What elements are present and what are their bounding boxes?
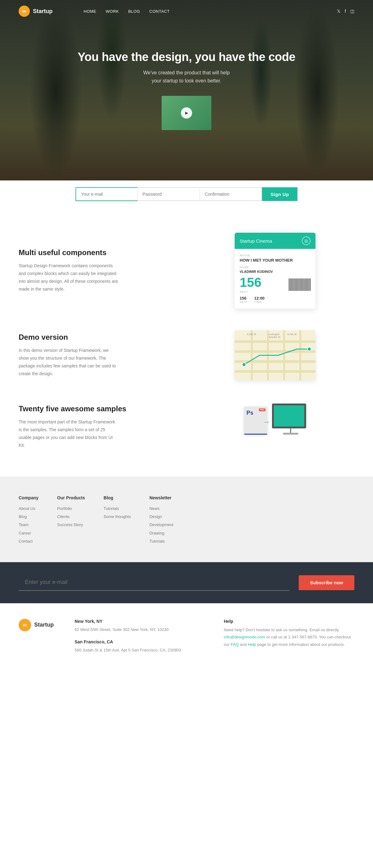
monitor-base bbox=[283, 433, 298, 435]
confirmation-input[interactable] bbox=[200, 187, 262, 201]
footer-contact[interactable]: Contact bbox=[19, 538, 38, 544]
feature-desc-2: In this demo version of Startup Framewor… bbox=[19, 347, 118, 378]
footer-drawing[interactable]: Drawing bbox=[149, 530, 173, 536]
footer-some-thoughts[interactable]: Some thoughts bbox=[103, 514, 131, 520]
feature-row-1: Multi useful components Startup Design F… bbox=[19, 233, 354, 309]
monitor-stand bbox=[290, 428, 291, 433]
bottom-logo-text: Startup bbox=[34, 622, 54, 628]
logo-icon: ∞ bbox=[19, 6, 30, 17]
sf-city: San Francisco, CA bbox=[75, 639, 205, 644]
map-label: E 6th St bbox=[247, 333, 256, 336]
feature-title-3: Twenty five awesome samples bbox=[19, 404, 177, 413]
seat-info: 156 SEAT bbox=[240, 276, 262, 293]
help-email[interactable]: info@designmodo.com bbox=[224, 635, 265, 639]
bottom-address: New York, NY 62 West 55th Street, Suite … bbox=[75, 619, 205, 660]
hero-title: You have the design, you have the code bbox=[78, 51, 295, 64]
twitter-icon[interactable]: 𝕏 bbox=[337, 9, 340, 14]
feature-text-1: Multi useful components Startup Design F… bbox=[19, 248, 177, 293]
signup-button[interactable]: Sign Up bbox=[262, 187, 298, 201]
logo-text: Startup bbox=[33, 8, 53, 14]
password-input[interactable] bbox=[138, 187, 200, 201]
instagram-icon[interactable]: ◫ bbox=[350, 9, 354, 14]
signup-bar: Sign Up bbox=[0, 181, 373, 208]
nav-contact[interactable]: CONTACT bbox=[149, 9, 170, 14]
feature-title-1: Multi useful components bbox=[19, 248, 177, 257]
footer-about-us[interactable]: About Us bbox=[19, 506, 38, 512]
svg-point-0 bbox=[242, 363, 246, 367]
video-thumbnail[interactable] bbox=[162, 96, 211, 130]
help-heading: Help bbox=[224, 619, 354, 624]
footer-company-col: Company About Us Blog Team Career Contac… bbox=[19, 495, 38, 547]
footer-links-grid: Company About Us Blog Team Career Contac… bbox=[19, 495, 354, 547]
help-page-link[interactable]: Help bbox=[248, 642, 256, 647]
newsletter-email-input[interactable] bbox=[19, 575, 290, 591]
seat-detail: 156 SEAT bbox=[240, 296, 248, 304]
cinema-seat-area: 156 SEAT bbox=[240, 276, 310, 293]
subscribe-button[interactable]: Subscribe now bbox=[299, 575, 354, 590]
bottom-logo-area: ∞ Startup bbox=[19, 619, 56, 660]
time-detail: 12:00 TIME bbox=[254, 296, 265, 304]
seat-label: SEAT bbox=[240, 290, 262, 293]
eye-icon bbox=[302, 237, 310, 245]
help-text: Need help? Don't hestiate to ask us some… bbox=[224, 626, 354, 648]
bottom-logo-icon: ∞ bbox=[19, 619, 31, 631]
map-card: LexingtonAve/4th St E 4th St E 6th St bbox=[235, 331, 315, 380]
monitor bbox=[272, 404, 309, 435]
footer-news[interactable]: News bbox=[149, 506, 173, 512]
facebook-icon[interactable]: f bbox=[345, 9, 346, 14]
footer-tutorials[interactable]: Tutorials bbox=[103, 506, 131, 512]
map-label: E 4th St bbox=[287, 333, 296, 336]
feature-visual-1: Startup Cinema MOVIE HOW I MET YOUR MOTH… bbox=[196, 233, 354, 309]
hero-subtitle: We've created the product that will help… bbox=[78, 69, 295, 85]
nav-blog[interactable]: BLOG bbox=[128, 9, 140, 14]
footer-tutorials-nl[interactable]: Tutorials bbox=[149, 538, 173, 544]
cinema-brand: Startup Cinema bbox=[240, 238, 272, 244]
footer-design[interactable]: Design bbox=[149, 514, 173, 520]
map-label: LexingtonAve/4th St bbox=[269, 333, 280, 339]
ny-city: New York, NY bbox=[75, 619, 205, 624]
footer-success-story[interactable]: Success Story bbox=[57, 522, 85, 528]
pro-badge: PRO bbox=[259, 408, 266, 411]
cinema-details: 156 SEAT 12:00 TIME bbox=[240, 296, 310, 304]
email-input[interactable] bbox=[75, 187, 138, 201]
footer-products-col: Our Products Portfolio Clients Success S… bbox=[57, 495, 85, 547]
bottom-logo: ∞ Startup bbox=[19, 619, 54, 631]
ny-address: 62 West 55th Street, Suite 302 New York,… bbox=[75, 626, 205, 633]
feature-desc-3: The most important part of the Startup F… bbox=[19, 418, 118, 450]
feature-visual-2: LexingtonAve/4th St E 4th St E 6th St bbox=[196, 331, 354, 380]
feature-row-3: Twenty five awesome samples The most imp… bbox=[19, 402, 354, 452]
footer-career[interactable]: Career bbox=[19, 530, 38, 536]
bottom-help: Help Need help? Don't hestiate to ask us… bbox=[224, 619, 354, 660]
footer-products-heading: Our Products bbox=[57, 495, 85, 500]
hero-section: You have the design, you have the code W… bbox=[0, 0, 373, 181]
footer-development[interactable]: Development bbox=[149, 522, 173, 528]
map-background: LexingtonAve/4th St E 4th St E 6th St bbox=[235, 331, 315, 380]
feature-text-2: Demo version In this demo version of Sta… bbox=[19, 333, 177, 378]
feature-text-3: Twenty five awesome samples The most imp… bbox=[19, 404, 177, 450]
nav-home[interactable]: HOME bbox=[83, 9, 96, 14]
logo[interactable]: ∞ Startup bbox=[19, 6, 53, 17]
movie-label: MOVIE bbox=[240, 254, 310, 257]
footer-portfolio[interactable]: Portfolio bbox=[57, 506, 85, 512]
bottom-footer: ∞ Startup New York, NY 62 West 55th Stre… bbox=[0, 603, 373, 675]
cinema-card: Startup Cinema MOVIE HOW I MET YOUR MOTH… bbox=[235, 233, 315, 309]
barcode bbox=[289, 278, 310, 291]
footer-newsletter-col: Newsletter News Design Development Drawi… bbox=[149, 495, 173, 547]
play-button[interactable] bbox=[181, 107, 192, 119]
footer-clients[interactable]: Clients bbox=[57, 514, 85, 520]
svg-point-1 bbox=[307, 347, 311, 351]
ps-monitor-visual: Ps PRO → bbox=[235, 402, 315, 452]
feature-visual-3: Ps PRO → bbox=[196, 402, 354, 452]
footer-links-section: Company About Us Blog Team Career Contac… bbox=[0, 476, 373, 562]
feature-title-2: Demo version bbox=[19, 333, 177, 342]
arrow-icon: → bbox=[263, 417, 270, 426]
navbar: ∞ Startup HOME WORK BLOG CONTACT 𝕏 f ◫ bbox=[0, 0, 373, 22]
faq-link[interactable]: FAQ bbox=[231, 642, 239, 647]
nav-work[interactable]: WORK bbox=[106, 9, 119, 14]
newsletter-bar: Subscribe now bbox=[0, 562, 373, 603]
footer-blog[interactable]: Blog bbox=[19, 514, 38, 520]
social-links: 𝕏 f ◫ bbox=[337, 9, 354, 14]
nav-links: HOME WORK BLOG CONTACT bbox=[83, 9, 170, 14]
cinema-card-body: MOVIE HOW I MET YOUR MOTHER NAME VLADIMI… bbox=[235, 249, 315, 309]
footer-team[interactable]: Team bbox=[19, 522, 38, 528]
